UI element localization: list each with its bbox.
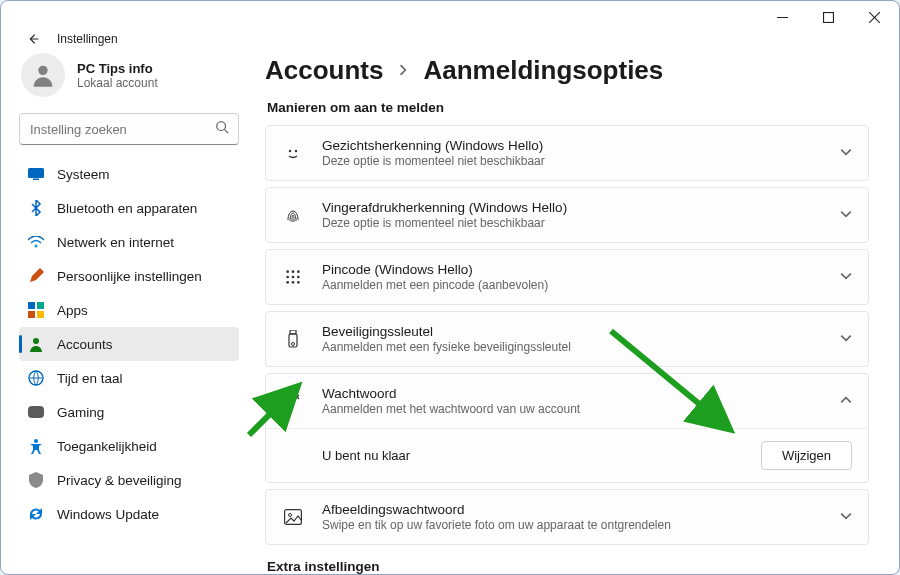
option-title: Beveiligingssleutel	[322, 324, 840, 339]
sidebar-item-label: Systeem	[57, 167, 110, 182]
svg-rect-8	[28, 168, 44, 178]
profile[interactable]: PC Tips info Lokaal account	[21, 53, 239, 97]
sidebar-item-gaming[interactable]: Gaming	[19, 395, 239, 429]
update-icon	[27, 505, 45, 523]
sidebar-item-label: Apps	[57, 303, 88, 318]
breadcrumb-parent[interactable]: Accounts	[265, 55, 383, 86]
sidebar-item-label: Persoonlijke instellingen	[57, 269, 202, 284]
apps-icon	[27, 301, 45, 319]
bluetooth-icon	[27, 199, 45, 217]
option-picture-password[interactable]: Afbeeldingswachtwoord Swipe en tik op uw…	[265, 489, 869, 545]
chevron-down-icon	[840, 268, 852, 286]
sidebar-item-time-language[interactable]: Tijd en taal	[19, 361, 239, 395]
sidebar-item-label: Toegankelijkheid	[57, 439, 157, 454]
svg-point-20	[286, 270, 289, 273]
nav: Systeem Bluetooth en apparaten Netwerk e…	[19, 157, 239, 531]
option-subtitle: Aanmelden met een pincode (aanbevolen)	[322, 278, 840, 292]
password-ready-text: U bent nu klaar	[322, 448, 761, 463]
main-content: Accounts Aanmeldingsopties Manieren om a…	[249, 39, 899, 574]
option-fingerprint[interactable]: Vingerafdrukherkenning (Windows Hello) D…	[265, 187, 869, 243]
option-title: Wachtwoord	[322, 386, 840, 401]
option-subtitle: Aanmelden met het wachtwoord van uw acco…	[322, 402, 840, 416]
sidebar-item-label: Bluetooth en apparaten	[57, 201, 197, 216]
sidebar-item-windows-update[interactable]: Windows Update	[19, 497, 239, 531]
svg-point-17	[34, 439, 38, 443]
sidebar-item-label: Tijd en taal	[57, 371, 123, 386]
svg-line-7	[225, 130, 229, 134]
chevron-right-icon	[397, 62, 409, 80]
sidebar-item-label: Windows Update	[57, 507, 159, 522]
option-subtitle: Deze optie is momenteel niet beschikbaar	[322, 154, 840, 168]
svg-point-15	[33, 338, 39, 344]
sidebar-item-label: Privacy & beveiliging	[57, 473, 182, 488]
sidebar-item-system[interactable]: Systeem	[19, 157, 239, 191]
svg-point-18	[289, 150, 291, 152]
sidebar-item-apps[interactable]: Apps	[19, 293, 239, 327]
sidebar-item-accounts[interactable]: Accounts	[19, 327, 239, 361]
sidebar: PC Tips info Lokaal account Systeem Blue…	[1, 39, 249, 574]
face-icon	[280, 144, 306, 162]
sidebar-item-personalization[interactable]: Persoonlijke instellingen	[19, 259, 239, 293]
shield-icon	[27, 471, 45, 489]
option-title: Gezichtsherkenning (Windows Hello)	[322, 138, 840, 153]
system-icon	[27, 165, 45, 183]
extra-settings-title: Extra instellingen	[267, 559, 869, 574]
settings-window: Instellingen PC Tips info Lokaal account	[0, 0, 900, 575]
svg-point-22	[297, 270, 300, 273]
sidebar-item-label: Netwerk en internet	[57, 235, 174, 250]
password-ready-row: U bent nu klaar Wijzigen	[266, 428, 868, 482]
svg-point-25	[297, 276, 300, 279]
option-subtitle: Deze optie is momenteel niet beschikbaar	[322, 216, 840, 230]
section-title: Manieren om aan te melden	[267, 100, 869, 115]
profile-subtitle: Lokaal account	[77, 76, 158, 90]
svg-point-24	[292, 276, 295, 279]
option-title: Pincode (Windows Hello)	[322, 262, 840, 277]
svg-line-34	[297, 397, 299, 399]
fingerprint-icon	[280, 206, 306, 224]
svg-rect-14	[37, 311, 44, 318]
svg-point-23	[286, 276, 289, 279]
close-button[interactable]	[851, 2, 897, 32]
chevron-down-icon	[840, 330, 852, 348]
sidebar-item-accessibility[interactable]: Toegankelijkheid	[19, 429, 239, 463]
svg-point-31	[292, 343, 295, 346]
sidebar-item-network[interactable]: Netwerk en internet	[19, 225, 239, 259]
option-face[interactable]: Gezichtsherkenning (Windows Hello) Deze …	[265, 125, 869, 181]
svg-point-21	[292, 270, 295, 273]
svg-point-10	[35, 245, 38, 248]
usb-key-icon	[280, 330, 306, 348]
svg-rect-29	[290, 330, 296, 334]
chevron-up-icon	[840, 392, 852, 410]
option-title: Vingerafdrukherkenning (Windows Hello)	[322, 200, 840, 215]
option-subtitle: Swipe en tik op uw favoriete foto om uw …	[322, 518, 840, 532]
accessibility-icon	[27, 437, 45, 455]
search	[19, 113, 239, 145]
maximize-button[interactable]	[805, 2, 851, 32]
accounts-icon	[27, 335, 45, 353]
option-pin[interactable]: Pincode (Windows Hello) Aanmelden met ee…	[265, 249, 869, 305]
pin-icon	[280, 269, 306, 285]
svg-point-32	[287, 401, 294, 408]
option-security-key[interactable]: Beveiligingssleutel Aanmelden met een fy…	[265, 311, 869, 367]
search-input[interactable]	[19, 113, 239, 145]
option-password-header[interactable]: Wachtwoord Aanmelden met het wachtwoord …	[266, 374, 868, 428]
picture-icon	[280, 509, 306, 525]
chevron-down-icon	[840, 206, 852, 224]
sidebar-item-bluetooth[interactable]: Bluetooth en apparaten	[19, 191, 239, 225]
svg-rect-13	[28, 311, 35, 318]
minimize-button[interactable]	[759, 2, 805, 32]
sidebar-item-label: Gaming	[57, 405, 104, 420]
svg-point-5	[38, 66, 47, 75]
time-icon	[27, 369, 45, 387]
chevron-down-icon	[840, 508, 852, 526]
gaming-icon	[27, 403, 45, 421]
sidebar-item-privacy[interactable]: Privacy & beveiliging	[19, 463, 239, 497]
svg-rect-9	[33, 179, 39, 181]
svg-point-26	[286, 281, 289, 284]
change-password-button[interactable]: Wijzigen	[761, 441, 852, 470]
svg-point-27	[292, 281, 295, 284]
key-icon	[280, 392, 306, 410]
svg-point-19	[295, 150, 297, 152]
svg-rect-1	[823, 12, 833, 22]
breadcrumb-current: Aanmeldingsopties	[423, 55, 663, 86]
